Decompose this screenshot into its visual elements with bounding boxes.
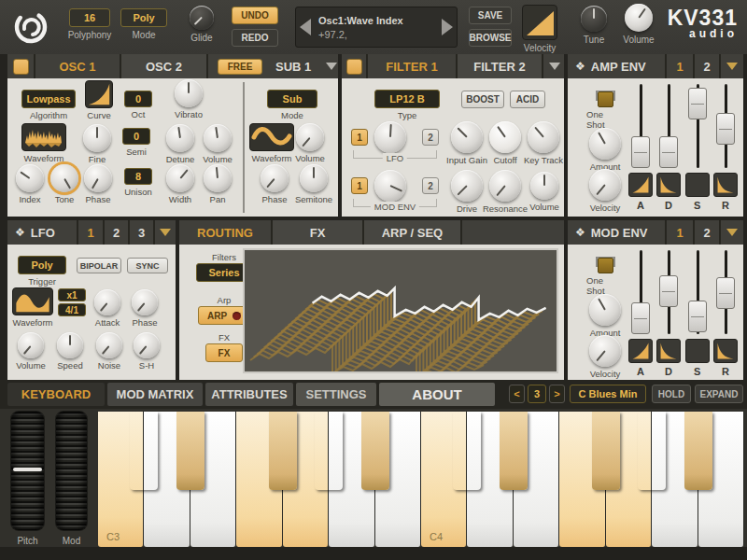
tab-fx[interactable]: FX — [273, 220, 364, 245]
osc-algorithm-value[interactable]: Lowpass — [21, 90, 76, 108]
mod-wheel[interactable] — [56, 412, 87, 530]
filter-modenv-amount-knob[interactable] — [374, 170, 406, 202]
tune-knob[interactable] — [581, 6, 607, 32]
lfo-tab-1[interactable]: 1 — [78, 220, 105, 245]
filter-volume-knob[interactable] — [530, 172, 558, 200]
osc-tone-knob[interactable] — [50, 164, 78, 192]
sub-mode-value[interactable]: Sub — [267, 90, 317, 108]
slider-thumb[interactable] — [688, 88, 707, 119]
velocity-curve-icon[interactable] — [522, 5, 557, 40]
slider-thumb[interactable] — [631, 302, 650, 334]
pitch-wheel[interactable] — [11, 412, 44, 530]
mod-env-dropdown-icon[interactable] — [726, 229, 738, 236]
tab-filter1[interactable]: FILTER 1 — [368, 54, 458, 78]
glide-knob[interactable] — [190, 6, 214, 30]
tab-keyboard[interactable]: KEYBOARD — [7, 383, 105, 406]
slider-thumb[interactable] — [631, 136, 650, 168]
one-shot-toggle[interactable] — [598, 91, 613, 107]
black-key[interactable] — [684, 412, 712, 490]
tab-osc1[interactable]: OSC 1 — [35, 54, 121, 78]
black-key[interactable] — [176, 412, 204, 490]
polyphony-value[interactable]: 16 — [69, 8, 110, 27]
black-key[interactable] — [453, 412, 481, 490]
slider-thumb[interactable] — [659, 275, 678, 307]
lfo-tab-3[interactable]: 3 — [130, 220, 155, 245]
black-key[interactable] — [500, 412, 528, 490]
octave-value[interactable]: 3 — [528, 385, 546, 403]
lfo-sync-button[interactable]: SYNC — [127, 258, 168, 273]
osc-oct-value[interactable]: 0 — [124, 91, 152, 107]
filter-acid-button[interactable]: ACID — [510, 91, 545, 108]
osc-unison-value[interactable]: 8 — [124, 168, 152, 185]
display-prev-icon[interactable] — [300, 19, 311, 35]
browse-button[interactable]: BROWSE — [469, 29, 512, 47]
filter-modenv2-button[interactable]: 2 — [422, 177, 439, 194]
tab-about[interactable]: ABOUT — [379, 383, 495, 406]
wavetable-display[interactable] — [243, 248, 558, 373]
black-key[interactable] — [638, 412, 666, 490]
env-slider-a[interactable] — [631, 84, 650, 168]
slider-thumb[interactable] — [659, 136, 678, 168]
lfo-speed-knob[interactable] — [57, 332, 83, 358]
hold-button[interactable]: HOLD — [652, 385, 691, 403]
sub-phase-knob[interactable] — [261, 164, 289, 192]
env-slider-d[interactable] — [659, 84, 678, 168]
osc-width-knob[interactable] — [166, 164, 194, 192]
lfo-noise-knob[interactable] — [96, 332, 122, 358]
black-key[interactable] — [269, 412, 297, 490]
display-next-icon[interactable] — [442, 19, 453, 35]
mode-value[interactable]: Poly — [120, 8, 167, 27]
osc-vibrato-knob[interactable] — [175, 79, 203, 107]
osc-curve-icon[interactable] — [85, 80, 113, 108]
env-slider-s[interactable] — [688, 250, 707, 334]
one-shot-toggle[interactable] — [598, 258, 613, 273]
osc-pan-knob[interactable] — [204, 164, 232, 192]
undo-button[interactable]: UNDO — [232, 7, 278, 24]
env-velocity-knob[interactable] — [589, 335, 621, 367]
sub-volume-knob[interactable] — [296, 123, 324, 151]
lfo-phase-knob[interactable] — [132, 289, 158, 315]
amp-env-tab-1[interactable]: 1 — [667, 54, 695, 78]
expand-button[interactable]: EXPAND — [695, 385, 743, 403]
env-amount-knob[interactable] — [589, 128, 621, 160]
black-key[interactable] — [130, 412, 158, 490]
lfo-waveform-icon[interactable] — [12, 287, 53, 315]
osc-fine-knob[interactable] — [83, 124, 111, 152]
master-volume-knob[interactable] — [625, 4, 653, 32]
sub-osc-dropdown-icon[interactable] — [326, 63, 337, 70]
amp-env-tab-2[interactable]: 2 — [695, 54, 721, 78]
osc-free-button[interactable]: FREE — [218, 59, 262, 75]
black-key[interactable] — [315, 412, 343, 490]
octave-next-button[interactable]: > — [549, 385, 565, 403]
tab-attributes[interactable]: ATTRIBUTES — [205, 383, 293, 406]
env-slider-r[interactable] — [716, 250, 735, 334]
routing-fx-button[interactable]: FX — [205, 343, 243, 362]
sub-semitone-knob[interactable] — [300, 164, 328, 192]
lfo-bipolar-button[interactable]: BIPOLAR — [77, 258, 121, 273]
lfo-rate-x1[interactable]: x1 — [58, 288, 86, 301]
filter-enable-checkbox[interactable] — [346, 59, 362, 75]
filter-drive-knob[interactable] — [451, 170, 483, 202]
black-key[interactable] — [592, 412, 620, 490]
filter-key-track-knob[interactable] — [528, 121, 559, 153]
osc-index-knob[interactable] — [16, 164, 44, 192]
filter-lfo-amount-knob[interactable] — [374, 121, 406, 153]
mod-env-tab-1[interactable]: 1 — [667, 220, 695, 245]
lfo-attack-knob[interactable] — [94, 289, 120, 315]
filter-type-value[interactable]: LP12 B — [374, 90, 440, 108]
tab-routing[interactable]: ROUTING — [179, 220, 273, 245]
env-velocity-knob[interactable] — [589, 169, 621, 201]
tab-settings[interactable]: SETTINGS — [296, 383, 376, 406]
redo-button[interactable]: REDO — [232, 29, 278, 47]
octave-prev-button[interactable]: < — [509, 385, 525, 403]
osc-enable-checkbox[interactable] — [13, 59, 29, 75]
osc-waveform-icon[interactable] — [21, 123, 66, 151]
tab-arp-seq[interactable]: ARP / SEQ — [364, 220, 462, 245]
tab-filter2[interactable]: FILTER 2 — [458, 54, 543, 78]
mod-env-tab-2[interactable]: 2 — [695, 220, 721, 245]
filter-input-gain-knob[interactable] — [451, 121, 483, 153]
filter-boost-button[interactable]: BOOST — [461, 91, 504, 108]
slider-thumb[interactable] — [716, 113, 735, 145]
tab-mod-matrix[interactable]: MOD MATRIX — [107, 383, 203, 406]
lfo-volume-knob[interactable] — [18, 332, 44, 358]
